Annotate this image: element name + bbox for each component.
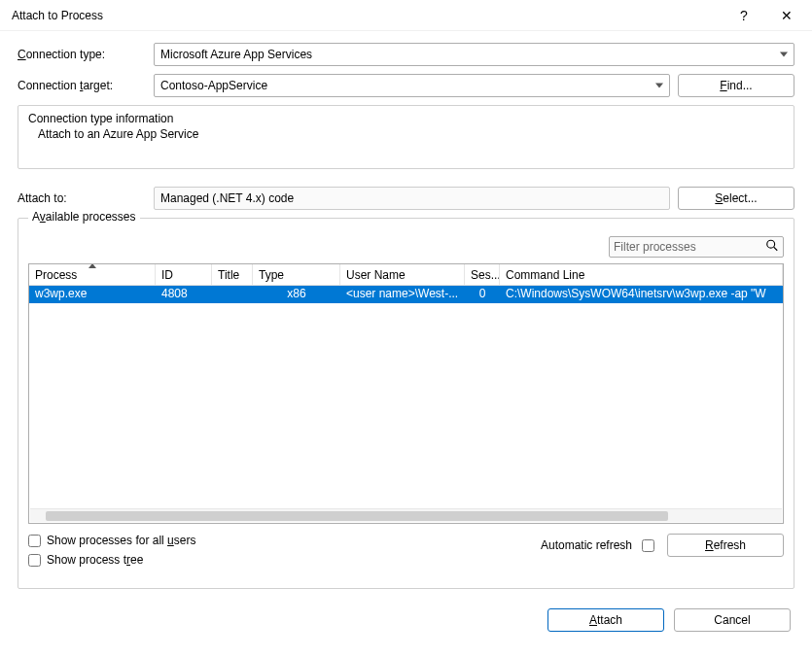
connection-info-line: Attach to an Azure App Service (28, 127, 784, 141)
sort-asc-icon (88, 264, 96, 268)
col-cmdline[interactable]: Command Line (500, 264, 783, 285)
cell-title (212, 286, 253, 303)
connection-type-label: Connection type: (18, 48, 154, 61)
col-process[interactable]: Process (29, 264, 156, 285)
attach-button[interactable]: Attach (547, 608, 664, 632)
col-id[interactable]: ID (156, 264, 212, 285)
horizontal-scrollbar[interactable] (30, 508, 782, 522)
col-user[interactable]: User Name (340, 264, 465, 285)
cell-id: 4808 (156, 286, 212, 303)
table-header: Process ID Title Type User Name Ses... C… (29, 264, 783, 286)
find-button[interactable]: Find... (678, 74, 794, 97)
show-process-tree-input[interactable] (28, 554, 41, 567)
show-all-users-checkbox[interactable]: Show processes for all users (28, 534, 195, 547)
col-title[interactable]: Title (212, 264, 253, 285)
connection-type-value: Microsoft Azure App Services (160, 48, 312, 61)
refresh-button[interactable]: Refresh (667, 534, 784, 557)
automatic-refresh-checkbox[interactable]: Automatic refresh (541, 536, 657, 555)
table-row[interactable]: w3wp.exe 4808 x86 <user name>\West-... 0… (29, 286, 783, 303)
attach-to-label: Attach to: (18, 191, 154, 205)
chevron-down-icon (655, 84, 663, 88)
chevron-down-icon (780, 52, 788, 57)
connection-target-label: Connection target: (18, 79, 154, 92)
svg-point-0 (767, 240, 775, 248)
col-type[interactable]: Type (253, 264, 340, 285)
cell-user: <user name>\West-... (340, 286, 465, 303)
svg-line-1 (774, 247, 778, 251)
cell-session: 0 (465, 286, 500, 303)
show-process-tree-checkbox[interactable]: Show process tree (28, 553, 195, 567)
cell-cmdline: C:\Windows\SysWOW64\inetsrv\w3wp.exe -ap… (500, 286, 783, 303)
close-button[interactable]: ✕ (765, 0, 808, 31)
connection-info-box: Connection type information Attach to an… (18, 105, 794, 169)
select-button[interactable]: Select... (678, 187, 794, 210)
cell-type: x86 (253, 286, 340, 303)
attach-to-field[interactable]: Managed (.NET 4.x) code (154, 187, 670, 210)
scrollbar-thumb[interactable] (46, 511, 668, 521)
cell-process: w3wp.exe (29, 286, 156, 303)
col-session[interactable]: Ses... (465, 264, 500, 285)
table-empty-area (29, 303, 783, 508)
cancel-button[interactable]: Cancel (674, 608, 791, 632)
connection-target-value: Contoso-AppService (160, 79, 267, 92)
window-title: Attach to Process (12, 9, 103, 22)
attach-to-value: Managed (.NET 4.x) code (160, 191, 294, 205)
show-all-users-input[interactable] (28, 535, 41, 547)
connection-type-combo[interactable]: Microsoft Azure App Services (154, 43, 794, 66)
help-button[interactable]: ? (723, 0, 765, 31)
filter-processes-input[interactable]: Filter processes (609, 236, 784, 258)
connection-info-heading: Connection type information (28, 112, 784, 125)
available-processes-legend: Available processes (28, 210, 140, 224)
available-processes-group: Available processes Filter processes Pro… (18, 218, 794, 589)
search-icon (765, 239, 779, 256)
filter-placeholder: Filter processes (614, 240, 696, 254)
title-bar: Attach to Process ? ✕ (0, 0, 812, 31)
automatic-refresh-input[interactable] (642, 539, 654, 552)
process-table[interactable]: Process ID Title Type User Name Ses... C… (28, 263, 784, 524)
connection-target-combo[interactable]: Contoso-AppService (154, 74, 670, 97)
